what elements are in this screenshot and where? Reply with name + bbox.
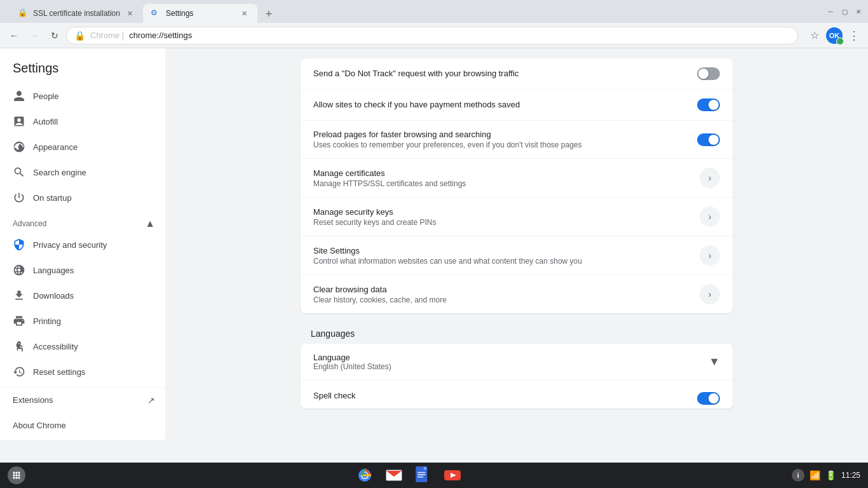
preload-toggle[interactable] (697, 133, 720, 146)
taskbar-right: i 📶 🔋 11:25 (792, 469, 860, 482)
clear-browsing-text: Clear browsing data Clear history, cooki… (313, 285, 700, 304)
sidebar-item-people[interactable]: People (0, 83, 165, 109)
sidebar-item-startup[interactable]: On startup (0, 185, 165, 210)
taskbar: i 📶 🔋 11:25 (0, 463, 868, 488)
maximize-button[interactable]: ▢ (840, 7, 849, 16)
sidebar-item-privacy[interactable]: Privacy and security (0, 232, 165, 257)
tab-settings-close[interactable]: ✕ (240, 8, 250, 18)
security-keys-arrow[interactable]: › (700, 207, 720, 227)
payment-methods-row[interactable]: Allow sites to check if you have payment… (301, 90, 733, 121)
minimize-button[interactable]: ─ (826, 7, 835, 16)
launcher-button[interactable] (8, 466, 25, 484)
spell-check-toggle[interactable] (697, 392, 720, 405)
preload-title: Preload pages for faster browsing and se… (313, 130, 697, 139)
new-tab-button[interactable]: + (260, 5, 278, 23)
battery-icon: 🔋 (825, 470, 836, 480)
preload-row[interactable]: Preload pages for faster browsing and se… (301, 121, 733, 159)
docs-app-icon[interactable] (414, 466, 433, 485)
manage-certs-arrow[interactable]: › (700, 168, 720, 188)
sidebar-advanced-section[interactable]: Advanced ▲ (0, 213, 165, 232)
svg-point-4 (18, 471, 20, 473)
sidebar-item-accessibility[interactable]: Accessibility (0, 334, 165, 359)
preload-desc: Uses cookies to remember your preference… (313, 140, 697, 149)
languages-header-text: Languages (311, 329, 355, 339)
tab-settings[interactable]: ⚙ Settings ✕ (143, 4, 257, 23)
manage-certs-row[interactable]: Manage certificates Manage HTTPS/SSL cer… (301, 159, 733, 198)
sidebar: Settings People Autofill Appearance Sear… (0, 48, 165, 440)
sidebar-item-autofill[interactable]: Autofill (0, 109, 165, 134)
sidebar-item-printing[interactable]: Printing (0, 308, 165, 334)
browser-titlebar: 🔒 SSL certificate installation ✕ ⚙ Setti… (0, 0, 868, 23)
autofill-icon (13, 115, 25, 128)
address-separator: Chrome | (90, 30, 124, 40)
spell-check-title: Spell check (313, 391, 697, 400)
site-settings-row[interactable]: Site Settings Control what information w… (301, 236, 733, 275)
sidebar-downloads-label: Downloads (33, 291, 74, 301)
taskbar-center (355, 466, 462, 485)
extensions-label: Extensions (13, 395, 53, 405)
site-settings-text: Site Settings Control what information w… (313, 246, 700, 266)
manage-certs-text: Manage certificates Manage HTTPS/SSL cer… (313, 168, 700, 188)
gmail-app-icon[interactable] (384, 466, 403, 485)
sidebar-people-label: People (33, 92, 58, 101)
sidebar-item-reset[interactable]: Reset settings (0, 359, 165, 384)
language-row[interactable]: Language English (United States) ▼ (301, 344, 733, 381)
security-keys-row[interactable]: Manage security keys Reset security keys… (301, 198, 733, 236)
sidebar-item-downloads[interactable]: Downloads (0, 283, 165, 308)
do-not-track-row[interactable]: Send a "Do Not Track" request with your … (301, 58, 733, 90)
sidebar-search-label: Search engine (33, 168, 86, 177)
languages-card: Language English (United States) ▼ Spell… (301, 344, 733, 409)
secure-icon: 🔒 (74, 30, 85, 41)
site-settings-title: Site Settings (313, 246, 700, 255)
sidebar-item-appearance[interactable]: Appearance (0, 134, 165, 159)
reload-button[interactable]: ↻ (46, 27, 64, 44)
tab-ssl[interactable]: 🔒 SSL certificate installation ✕ (10, 4, 143, 23)
svg-point-10 (18, 477, 20, 478)
site-settings-desc: Control what information websites can us… (313, 257, 700, 266)
languages-icon (13, 264, 25, 276)
profile-button[interactable]: OK (826, 27, 843, 44)
taskbar-time: 11:25 (841, 471, 860, 480)
startup-icon (13, 191, 25, 204)
address-input[interactable]: 🔒 Chrome | chrome://settings (66, 27, 798, 44)
bookmark-button[interactable]: ☆ (806, 27, 824, 44)
language-text: Language English (United States) (313, 353, 709, 371)
security-keys-title: Manage security keys (313, 207, 700, 217)
spell-check-row[interactable]: Spell check (301, 381, 733, 409)
menu-button[interactable]: ⋮ (845, 27, 863, 44)
close-button[interactable]: ✕ (854, 7, 863, 16)
back-button[interactable]: ← (5, 27, 23, 44)
advanced-expand-icon[interactable]: ▲ (145, 218, 155, 229)
clear-browsing-title: Clear browsing data (313, 285, 700, 294)
preload-knob (709, 135, 719, 145)
sidebar-item-languages[interactable]: Languages (0, 257, 165, 283)
sidebar-item-about[interactable]: About Chrome (0, 412, 165, 438)
security-keys-desc: Reset security keys and create PINs (313, 218, 700, 227)
wifi-icon: 📶 (810, 470, 820, 480)
youtube-app-icon[interactable] (443, 466, 462, 485)
do-not-track-toggle[interactable] (697, 67, 720, 80)
payment-methods-title: Allow sites to check if you have payment… (313, 100, 697, 109)
payment-methods-toggle[interactable] (697, 98, 720, 111)
about-label: About Chrome (13, 421, 66, 430)
sidebar-autofill-label: Autofill (33, 117, 58, 126)
extensions-external-icon: ↗ (147, 395, 155, 405)
address-bar: ← → ↻ 🔒 Chrome | chrome://settings ☆ OK … (0, 23, 868, 48)
language-dropdown-arrow[interactable]: ▼ (709, 355, 720, 369)
svg-point-8 (13, 477, 15, 478)
clear-browsing-row[interactable]: Clear browsing data Clear history, cooki… (301, 275, 733, 313)
privacy-icon (13, 238, 25, 251)
sidebar-item-extensions[interactable]: Extensions ↗ (0, 387, 165, 412)
tab-ssl-close[interactable]: ✕ (125, 8, 135, 18)
address-text: chrome://settings (129, 30, 192, 40)
svg-point-7 (18, 474, 20, 476)
chrome-app-icon[interactable] (355, 466, 374, 485)
tab-settings-label: Settings (166, 9, 193, 18)
person-icon (13, 90, 25, 102)
site-settings-arrow[interactable]: › (700, 245, 720, 266)
do-not-track-text: Send a "Do Not Track" request with your … (313, 69, 697, 79)
preload-text: Preload pages for faster browsing and se… (313, 130, 697, 149)
forward-button[interactable]: → (25, 27, 43, 44)
sidebar-item-search[interactable]: Search engine (0, 159, 165, 185)
clear-browsing-arrow[interactable]: › (700, 284, 720, 304)
